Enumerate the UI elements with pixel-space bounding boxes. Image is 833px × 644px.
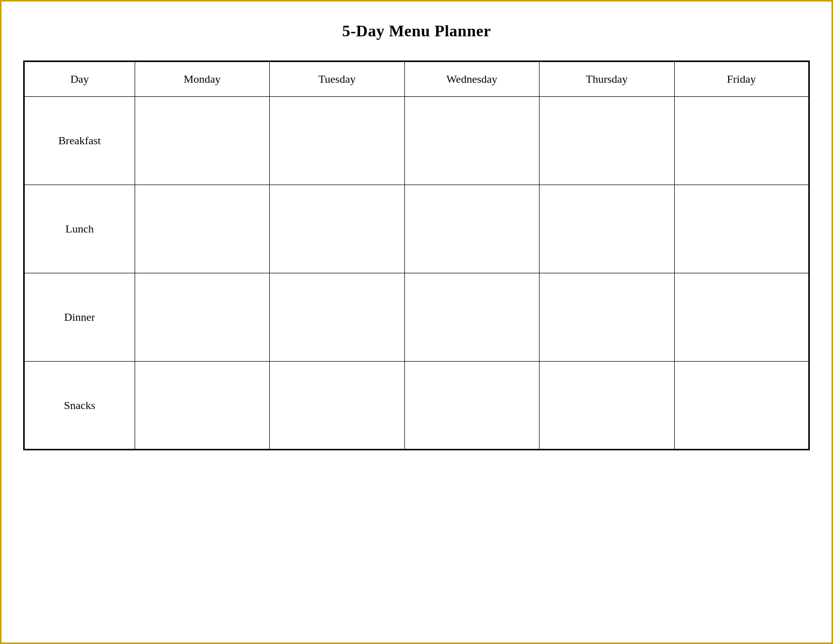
dinner-wednesday[interactable] bbox=[404, 273, 540, 362]
dinner-label: Dinner bbox=[24, 273, 135, 362]
snacks-friday[interactable] bbox=[674, 362, 809, 450]
dinner-thursday[interactable] bbox=[540, 273, 674, 362]
snacks-label: Snacks bbox=[24, 362, 135, 450]
page-title: 5-Day Menu Planner bbox=[342, 22, 491, 40]
dinner-tuesday[interactable] bbox=[270, 273, 404, 362]
lunch-wednesday[interactable] bbox=[404, 185, 540, 273]
lunch-label: Lunch bbox=[24, 185, 135, 273]
breakfast-friday[interactable] bbox=[674, 97, 809, 185]
breakfast-wednesday[interactable] bbox=[404, 97, 540, 185]
snacks-thursday[interactable] bbox=[540, 362, 674, 450]
dinner-row: Dinner bbox=[24, 273, 809, 362]
breakfast-label: Breakfast bbox=[24, 97, 135, 185]
col-header-thursday: Thursday bbox=[540, 62, 674, 97]
snacks-tuesday[interactable] bbox=[270, 362, 404, 450]
breakfast-monday[interactable] bbox=[135, 97, 269, 185]
snacks-row: Snacks bbox=[24, 362, 809, 450]
lunch-monday[interactable] bbox=[135, 185, 269, 273]
lunch-friday[interactable] bbox=[674, 185, 809, 273]
breakfast-tuesday[interactable] bbox=[270, 97, 404, 185]
dinner-friday[interactable] bbox=[674, 273, 809, 362]
dinner-monday[interactable] bbox=[135, 273, 269, 362]
breakfast-thursday[interactable] bbox=[540, 97, 674, 185]
snacks-monday[interactable] bbox=[135, 362, 269, 450]
col-header-monday: Monday bbox=[135, 62, 269, 97]
col-header-wednesday: Wednesday bbox=[404, 62, 540, 97]
lunch-thursday[interactable] bbox=[540, 185, 674, 273]
header-row: Day Monday Tuesday Wednesday Thursday Fr… bbox=[24, 62, 809, 97]
lunch-row: Lunch bbox=[24, 185, 809, 273]
breakfast-row: Breakfast bbox=[24, 97, 809, 185]
menu-planner-table: Day Monday Tuesday Wednesday Thursday Fr… bbox=[23, 61, 810, 450]
col-header-day: Day bbox=[24, 62, 135, 97]
lunch-tuesday[interactable] bbox=[270, 185, 404, 273]
snacks-wednesday[interactable] bbox=[404, 362, 540, 450]
col-header-tuesday: Tuesday bbox=[270, 62, 404, 97]
col-header-friday: Friday bbox=[674, 62, 809, 97]
